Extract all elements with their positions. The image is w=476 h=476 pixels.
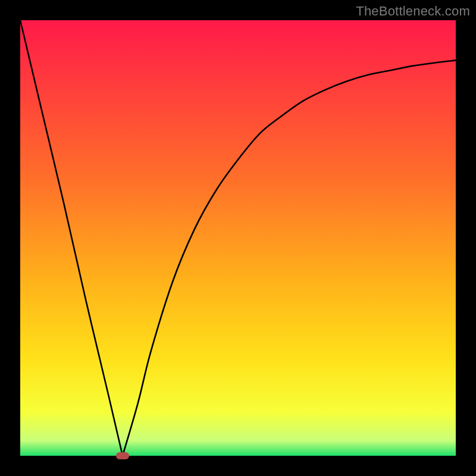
watermark-text: TheBottleneck.com bbox=[356, 4, 470, 19]
chart-frame: TheBottleneck.com bbox=[0, 0, 476, 476]
bottleneck-curve bbox=[20, 20, 456, 456]
optimal-point-marker bbox=[116, 452, 129, 459]
plot-area bbox=[20, 20, 456, 456]
